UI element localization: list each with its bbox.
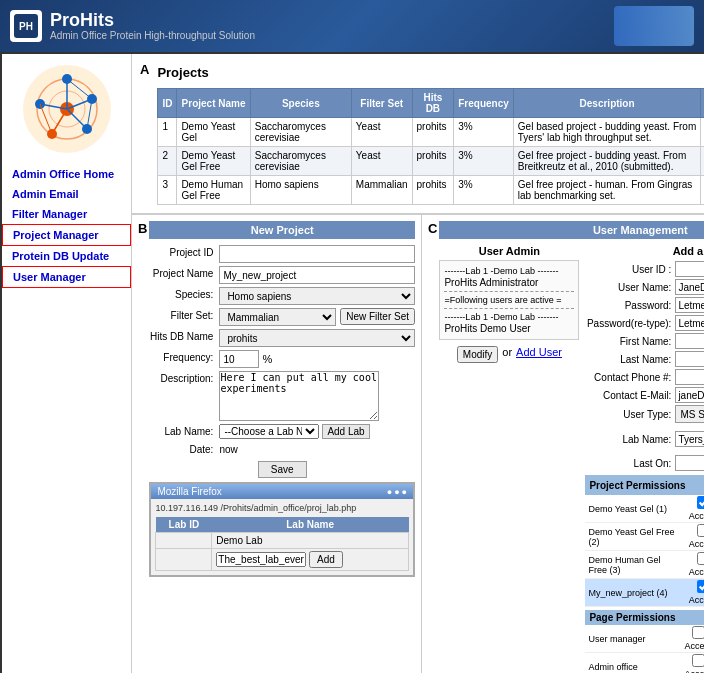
contact-phone-input[interactable] <box>675 369 704 385</box>
table-header: Frequency <box>454 89 514 118</box>
lab-label-1: -------Lab 1 -Demo Lab ------- <box>444 266 574 276</box>
perm-name: My_new_project (4) <box>585 579 681 607</box>
species-label: Species: <box>149 287 219 300</box>
header-image <box>614 6 694 46</box>
save-button[interactable]: Save <box>258 461 307 478</box>
user-name-label: User Name: <box>585 282 675 293</box>
table-cell: Homo sapiens <box>250 176 351 205</box>
table-cell: Demo Yeast Gel Free <box>177 147 250 176</box>
project-name-input[interactable] <box>219 266 415 284</box>
lab-name-cell: Demo Lab <box>212 533 409 549</box>
perm-name: Demo Yeast Gel (1) <box>585 495 681 523</box>
new-filter-set-button[interactable]: New Filter Set <box>340 308 415 325</box>
access-checkbox[interactable] <box>697 580 704 593</box>
frequency-input[interactable] <box>219 350 259 368</box>
last-name-row: Last Name: <box>585 351 704 367</box>
hits-db-label: Hits DB Name <box>149 329 219 342</box>
lab-name-input-c[interactable] <box>675 431 704 447</box>
filter-set-label: Filter Set: <box>149 308 219 321</box>
species-select[interactable]: Homo sapiens Saccharomyces cerevisiae <box>219 287 415 305</box>
table-cell: 3% <box>454 176 514 205</box>
user-management-header: User Management <box>439 221 704 239</box>
user-admin-title: User Admin <box>439 245 579 257</box>
perm-name: Demo Human Gel Free (3) <box>585 551 681 579</box>
sidebar-item-protein-db[interactable]: Protein DB Update <box>2 246 131 266</box>
password-retype-label: Password(re-type): <box>585 318 675 329</box>
last-name-input[interactable] <box>675 351 704 367</box>
perm-row: My_new_project (4)AccessInsertModifyDele… <box>585 579 704 607</box>
date-value: now <box>219 442 237 455</box>
add-new-lab-button[interactable]: Add <box>309 551 343 568</box>
page-permissions-header: Page Permissions <box>585 610 704 625</box>
frequency-unit: % <box>262 353 272 365</box>
sidebar-item-user-manager[interactable]: User Manager <box>2 266 131 288</box>
contact-email-label: Contact E-Mail: <box>585 390 675 401</box>
password-retype-input[interactable] <box>675 315 704 331</box>
description-textarea[interactable]: Here I can put all my cool experiments <box>219 371 379 421</box>
sections-bc: B New Project Project ID Project Name <box>132 214 704 673</box>
lab-name-row-c: Lab Name: Add Lab <box>585 425 704 453</box>
perm-row: User managerAccessInsertModifyDelete <box>585 625 704 653</box>
add-user-link[interactable]: Add User <box>516 346 562 363</box>
section-c: C User Management User Admin -------Lab … <box>422 215 704 673</box>
sidebar-item-filter-manager[interactable]: Filter Manager <box>2 204 131 224</box>
user-admin-box: -------Lab 1 -Demo Lab ------- ProHits A… <box>439 260 579 340</box>
add-lab-button[interactable]: Add Lab <box>322 424 369 439</box>
access-checkbox[interactable] <box>697 524 704 537</box>
sidebar: Admin Office Home Admin Email Filter Man… <box>2 54 132 673</box>
access-checkbox[interactable] <box>697 552 704 565</box>
access-label: Access <box>689 511 704 521</box>
section-a-label: A <box>140 62 149 77</box>
lab-name-select[interactable]: --Choose a Lab Name-- Demo Lab <box>219 424 319 439</box>
close-icon[interactable]: ● <box>402 487 407 497</box>
access-label: Access <box>684 669 704 673</box>
access-checkbox[interactable] <box>697 496 704 509</box>
hits-db-row: Hits DB Name prohits <box>149 329 415 347</box>
lab-id-cell <box>156 533 212 549</box>
table-cell: 3% <box>454 118 514 147</box>
access-label: Access <box>689 595 704 605</box>
lab-table-id-header: Lab ID <box>156 517 212 533</box>
password-row: Password: <box>585 297 704 313</box>
app-subtitle: Admin Office Protein High-throughput Sol… <box>50 30 255 41</box>
user-management: User Admin -------Lab 1 -Demo Lab ------… <box>439 245 704 673</box>
sidebar-item-admin-email[interactable]: Admin Email <box>2 184 131 204</box>
access-checkbox[interactable] <box>692 626 704 639</box>
species-row: Species: Homo sapiens Saccharomyces cere… <box>149 287 415 305</box>
header: PH ProHits Admin Office Protein High-thr… <box>0 0 704 52</box>
restore-icon[interactable]: ● <box>394 487 399 497</box>
minimize-icon[interactable]: ● <box>387 487 392 497</box>
project-permissions-label: Project Permissions <box>589 480 685 491</box>
description-label: Description: <box>149 371 219 384</box>
sidebar-item-project-manager[interactable]: Project Manager <box>2 224 131 246</box>
password-input[interactable] <box>675 297 704 313</box>
user-type-select[interactable]: MS Specialist Admin User <box>675 405 704 423</box>
table-cell: prohits <box>412 176 454 205</box>
sidebar-nav: Admin Office Home Admin Email Filter Man… <box>2 164 131 288</box>
logo-icon: PH <box>10 10 42 42</box>
sidebar-item-admin-home[interactable]: Admin Office Home <box>2 164 131 184</box>
user-admin-panel: User Admin -------Lab 1 -Demo Lab ------… <box>439 245 579 673</box>
lab-name-row: Lab Name: --Choose a Lab Name-- Demo Lab… <box>149 424 415 439</box>
admin-user: ProHits Administrator <box>444 277 574 288</box>
access-checkbox[interactable] <box>692 654 704 667</box>
perm-name: Admin office <box>585 653 677 674</box>
last-on-input[interactable] <box>675 455 704 471</box>
add-user-title: Add a new user <box>585 245 704 257</box>
contact-email-input[interactable] <box>675 387 704 403</box>
app-title: ProHits <box>50 11 255 31</box>
frequency-label: Frequency: <box>149 350 219 363</box>
table-cell: 2 <box>158 147 177 176</box>
user-name-input[interactable] <box>675 279 704 295</box>
table-cell: Saccharomyces cerevisiae <box>250 118 351 147</box>
new-lab-input[interactable] <box>216 552 306 567</box>
modify-button[interactable]: Modify <box>457 346 498 363</box>
hits-db-select[interactable]: prohits <box>219 329 415 347</box>
filter-set-select[interactable]: Mammalian Yeast <box>219 308 336 326</box>
table-header: Filter Set <box>351 89 412 118</box>
perm-name: Demo Yeast Gel Free (2) <box>585 523 681 551</box>
last-on-label: Last On: <box>585 458 675 469</box>
project-id-input[interactable] <box>219 245 415 263</box>
user-id-input[interactable] <box>675 261 704 277</box>
first-name-input[interactable] <box>675 333 704 349</box>
